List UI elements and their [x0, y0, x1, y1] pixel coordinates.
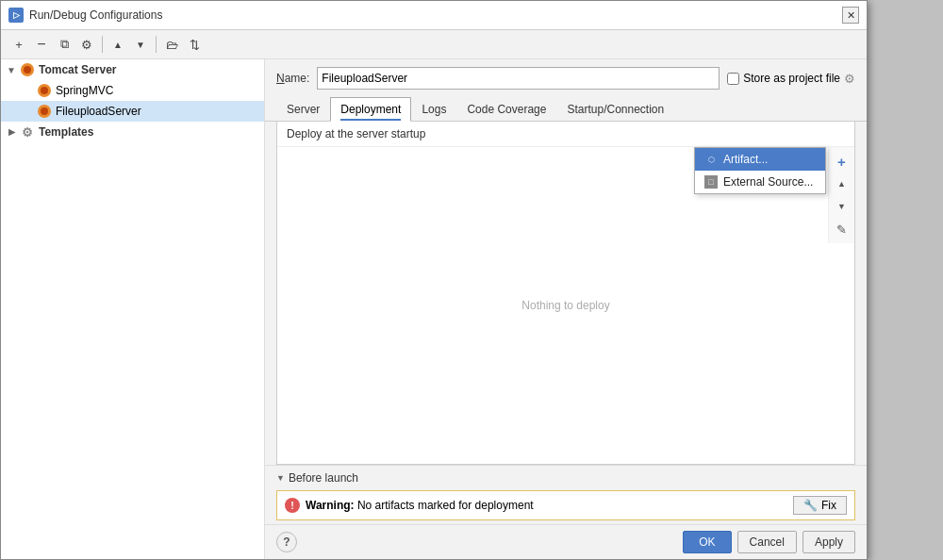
- close-button[interactable]: ✕: [842, 7, 859, 24]
- tree-item-tomcat-group[interactable]: ▼ Tomcat Server: [1, 59, 264, 80]
- external-source-label: External Source...: [723, 175, 813, 189]
- move-down-button[interactable]: ▼: [130, 34, 151, 55]
- before-launch-label: Before launch: [289, 471, 358, 485]
- empty-deploy-text: Nothing to deploy: [521, 299, 609, 312]
- name-input[interactable]: [317, 67, 720, 90]
- tab-active-indicator: [340, 119, 401, 121]
- deploy-area: Nothing to deploy + ▲ ▼ ✎ ⬡ Artifact...: [277, 147, 854, 464]
- help-button[interactable]: ?: [276, 532, 297, 552]
- bottom-bar: ? OK Cancel Apply: [265, 524, 867, 559]
- main-content: ▼ Tomcat Server SpringMVC Fil: [1, 59, 867, 559]
- external-source-icon: □: [704, 175, 718, 189]
- templates-icon: ⚙: [20, 124, 35, 140]
- tree-item-templates[interactable]: ▶ ⚙ Templates: [1, 122, 264, 142]
- artifact-dropdown: ⬡ Artifact... □ External Source...: [694, 147, 826, 194]
- config-tree: ▼ Tomcat Server SpringMVC Fil: [1, 59, 265, 559]
- dialog-icon: ▷: [8, 8, 24, 23]
- sidebar-actions: + ▲ ▼ ✎: [828, 147, 854, 243]
- deploy-header: Deploy at the server startup: [277, 122, 854, 147]
- store-checkbox[interactable]: [727, 73, 739, 85]
- artifact-icon: ⬡: [704, 153, 718, 166]
- fix-icon: 🔧: [803, 499, 818, 512]
- before-launch-arrow: ▼: [276, 473, 285, 483]
- toolbar: + − ⧉ ⚙ ▲ ▼ 🗁 ⇅: [1, 30, 867, 59]
- warning-bar: ! Warning: No artifacts marked for deplo…: [276, 490, 855, 520]
- remove-button[interactable]: −: [31, 34, 52, 55]
- fileupload-label: FileuploadServer: [56, 105, 141, 118]
- tree-arrow-templates: ▶: [7, 127, 16, 137]
- folder-button[interactable]: 🗁: [161, 34, 182, 55]
- tab-deployment[interactable]: Deployment: [330, 97, 411, 122]
- tree-item-springmvc[interactable]: SpringMVC: [1, 80, 264, 101]
- dialog-actions: OK Cancel Apply: [683, 531, 855, 553]
- warning-left: ! Warning: No artifacts marked for deplo…: [285, 498, 534, 513]
- before-launch-section: ▼ Before launch: [265, 465, 867, 490]
- toolbar-separator-2: [156, 36, 157, 53]
- settings-button[interactable]: ⚙: [76, 34, 97, 55]
- run-debug-dialog: ▷ Run/Debug Configurations ✕ + − ⧉ ⚙ ▲ ▼…: [0, 0, 868, 560]
- add-artifact-button[interactable]: +: [832, 151, 852, 172]
- copy-button[interactable]: ⧉: [54, 34, 74, 55]
- title-bar-left: ▷ Run/Debug Configurations: [8, 8, 162, 23]
- scroll-up-button[interactable]: ▲: [832, 173, 852, 194]
- tomcat-group-icon: [20, 62, 35, 77]
- templates-label: Templates: [39, 125, 93, 139]
- tab-code-coverage[interactable]: Code Coverage: [456, 97, 556, 122]
- tab-deployment-label: Deployment: [340, 103, 401, 116]
- store-label: Store as project file: [743, 72, 840, 85]
- edit-button[interactable]: ✎: [832, 219, 852, 239]
- tab-server-label: Server: [287, 103, 320, 116]
- warning-message: Warning: No artifacts marked for deploym…: [306, 499, 534, 512]
- fix-label: Fix: [821, 499, 836, 512]
- apply-button[interactable]: Apply: [802, 531, 855, 553]
- tab-startup-connection-label: Startup/Connection: [567, 103, 664, 116]
- tab-logs-label: Logs: [422, 103, 446, 116]
- springmvc-icon: [37, 83, 52, 98]
- tab-content-deployment: Deploy at the server startup Nothing to …: [276, 122, 855, 465]
- scroll-down-button[interactable]: ▼: [832, 196, 852, 217]
- toolbar-separator-1: [102, 36, 103, 53]
- title-bar: ▷ Run/Debug Configurations ✕: [1, 1, 867, 30]
- fix-button[interactable]: 🔧 Fix: [793, 496, 847, 515]
- move-up-button[interactable]: ▲: [108, 34, 128, 55]
- store-checkbox-area: Store as project file ⚙: [727, 72, 855, 86]
- add-button[interactable]: +: [8, 34, 29, 55]
- tab-startup-connection[interactable]: Startup/Connection: [556, 97, 674, 122]
- tab-code-coverage-label: Code Coverage: [467, 103, 546, 116]
- springmvc-label: SpringMVC: [56, 84, 113, 97]
- warning-icon: !: [285, 498, 300, 513]
- fileupload-icon: [37, 104, 52, 119]
- tree-item-fileupload[interactable]: FileuploadServer: [1, 101, 264, 122]
- name-row: Name: Store as project file ⚙: [265, 59, 867, 97]
- tab-logs[interactable]: Logs: [411, 97, 456, 122]
- tomcat-group-label: Tomcat Server: [39, 63, 116, 76]
- tabs-bar: Server Deployment Logs Code Coverage Sta…: [265, 97, 867, 122]
- sort-button[interactable]: ⇅: [184, 34, 205, 55]
- artifact-label: Artifact...: [723, 153, 768, 166]
- cancel-button[interactable]: Cancel: [737, 531, 797, 553]
- dialog-title: Run/Debug Configurations: [29, 8, 162, 22]
- store-gear-icon: ⚙: [844, 72, 855, 86]
- ok-button[interactable]: OK: [683, 531, 731, 553]
- dropdown-artifact[interactable]: ⬡ Artifact...: [695, 148, 825, 171]
- tree-arrow-tomcat: ▼: [7, 65, 16, 75]
- warning-bold: Warning:: [306, 499, 355, 512]
- right-panel: Name: Store as project file ⚙ Server Dep…: [265, 59, 867, 559]
- tab-server[interactable]: Server: [276, 97, 330, 122]
- dropdown-external-source[interactable]: □ External Source...: [695, 171, 825, 193]
- warning-detail-text: No artifacts marked for deployment: [357, 499, 534, 512]
- name-label-underline: N: [276, 72, 285, 85]
- name-label: Name:: [276, 72, 309, 85]
